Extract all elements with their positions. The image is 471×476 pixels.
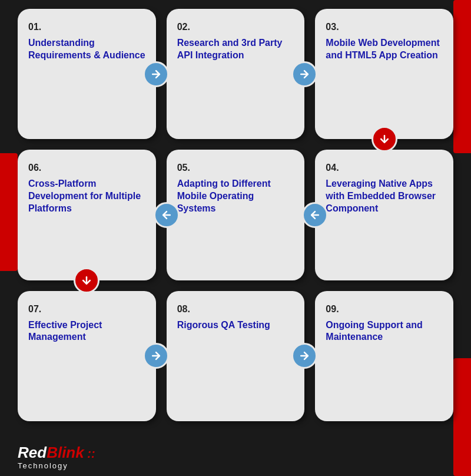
card-5-title: Adapting to Different Mobile Operating S… (177, 178, 294, 214)
logo-blink-part: Blink (47, 444, 84, 461)
card-7-title: Effective Project Management (28, 319, 145, 344)
card-6-number: 06. (28, 163, 145, 173)
bg-accent-right-top (453, 0, 471, 153)
card-2-title: Research and 3rd Party API Integration (177, 37, 294, 62)
arrow-right-7 (143, 343, 169, 369)
logo-dots: :: (84, 447, 95, 460)
logo-subtitle: Technology (18, 461, 95, 470)
bg-accent-right-bottom (453, 358, 471, 476)
card-2: 02. Research and 3rd Party API Integrati… (167, 9, 305, 139)
card-7: 07. Effective Project Management (18, 291, 156, 421)
arrow-right-1 (143, 61, 169, 87)
card-5-number: 05. (177, 163, 294, 173)
card-9-number: 09. (326, 304, 443, 315)
card-3-title: Mobile Web Development and HTML5 App Cre… (326, 37, 443, 62)
card-6: 06. Cross-Platform Development for Multi… (18, 150, 156, 280)
card-3: 03. Mobile Web Development and HTML5 App… (315, 9, 453, 139)
bg-accent-left (0, 153, 18, 271)
card-6-title: Cross-Platform Development for Multiple … (28, 178, 145, 214)
arrow-down-6 (74, 267, 99, 293)
logo-red-part: Red (18, 444, 47, 461)
card-8-title: Rigorous QA Testing (177, 319, 294, 332)
card-4-title: Leveraging Native Apps with Embedded Bro… (326, 178, 443, 214)
arrow-down-3 (372, 126, 397, 152)
card-4-number: 04. (326, 163, 443, 173)
logo-text: RedBlink :: (18, 445, 95, 460)
card-3-number: 03. (326, 22, 443, 32)
card-9-title: Ongoing Support and Maintenance (326, 319, 443, 344)
card-1: 01. Understanding Requirements & Audienc… (18, 9, 156, 139)
card-2-number: 02. (177, 22, 294, 32)
card-4: 04. Leveraging Native Apps with Embedded… (315, 150, 453, 280)
card-8: 08. Rigorous QA Testing (167, 291, 305, 421)
card-8-number: 08. (177, 304, 294, 315)
card-5: 05. Adapting to Different Mobile Operati… (167, 150, 305, 280)
card-7-number: 07. (28, 304, 145, 315)
process-grid: 01. Understanding Requirements & Audienc… (18, 9, 453, 421)
arrow-right-2 (291, 61, 317, 87)
arrow-left-5 (154, 202, 180, 228)
arrow-left-4 (302, 202, 328, 228)
logo: RedBlink :: Technology (18, 445, 95, 470)
card-1-title: Understanding Requirements & Audience (28, 37, 145, 62)
arrow-right-8 (291, 343, 317, 369)
card-1-number: 01. (28, 22, 145, 32)
card-9: 09. Ongoing Support and Maintenance (315, 291, 453, 421)
